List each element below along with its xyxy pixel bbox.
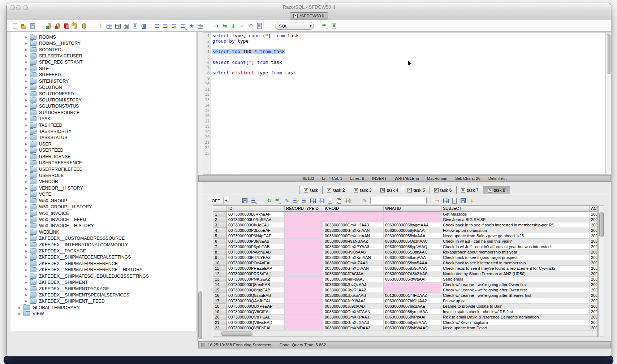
close-tab-icon[interactable]: ✕ — [327, 188, 331, 192]
cell-whoid[interactable]: 0033000000GmXPYAA3 — [323, 244, 384, 250]
auto-commit-select[interactable]: OFF — [208, 197, 229, 204]
cell-id[interactable]: 00T3000000P3yrbEAB — [227, 244, 285, 250]
sidebar-item-userfeed[interactable]: ▶USERFEED — [10, 147, 197, 153]
cell-subject[interactable]: Check back in to see if she's interested… — [441, 222, 590, 228]
cell-subject[interactable]: Check nexis to see if they've found a re… — [441, 266, 590, 271]
cell-id[interactable]: 00T3000000Q8rexEAB — [227, 282, 285, 287]
execute-all-icon[interactable] — [162, 23, 169, 29]
row-number[interactable]: 11 — [213, 266, 227, 271]
cell-ac[interactable]: 200 — [590, 239, 597, 244]
sidebar-item-userprofilefeed[interactable]: ▶USERPROFILEFEED — [10, 166, 197, 172]
cell-whatid[interactable]: 0013000000C4fFCAAZ — [384, 293, 441, 298]
sidebar-item-zkfedex__shipmatepreference__history[interactable]: ▶ZKFEDEX__SHIPMATEPREFERENCE__HISTORY — [10, 267, 197, 273]
delete-row-icon[interactable] — [301, 198, 307, 204]
result-tab-task-5[interactable]: ✕task 5 — [403, 186, 430, 194]
expand-arrow-icon[interactable]: ▶ — [25, 230, 30, 234]
cell-id[interactable]: 00T3000000PRR8rEAH — [227, 271, 285, 277]
sidebar-item-global temporary[interactable]: ▶GLOBAL TEMPORARY — [10, 304, 197, 311]
cell-ac[interactable]: 200 — [590, 282, 597, 287]
cell-id[interactable]: 00T3000000L0RqSEAV — [227, 217, 285, 222]
cell-recordtypeid[interactable] — [285, 239, 323, 244]
expand-arrow-icon[interactable]: ▶ — [25, 136, 30, 139]
cell-whatid[interactable]: 00630000005QgzhAAC — [384, 239, 441, 244]
result-tab-task-3[interactable]: ✕task 3 — [349, 186, 376, 194]
expand-arrow-icon[interactable]: ▶ — [25, 48, 30, 52]
cell-id[interactable]: 00T3000000P47LYEAZ — [227, 255, 285, 260]
results-vscrollbar-thumb[interactable] — [599, 212, 604, 237]
cell-whatid[interactable]: 006300000058xlaAAA — [384, 233, 441, 239]
notes-icon[interactable] — [451, 198, 458, 204]
cell-recordtypeid[interactable] — [285, 233, 323, 239]
cell-id[interactable]: 00T3000000POeAnEAL — [227, 260, 285, 266]
cell-ac[interactable]: 200 — [590, 244, 597, 250]
cell-whatid[interactable] — [384, 282, 441, 287]
expand-arrow-icon[interactable]: ▶ — [25, 104, 30, 108]
row-number[interactable]: 6 — [213, 239, 227, 244]
expand-arrow-icon[interactable]: ▶ — [25, 54, 30, 58]
expand-arrow-icon[interactable]: ▶ — [25, 299, 30, 303]
cell-whatid[interactable]: 006300000058ypVAAQ — [384, 244, 441, 250]
cell-recordtypeid[interactable] — [285, 271, 323, 277]
cell-whatid[interactable]: 006300000058xw5AAA — [384, 260, 441, 266]
cell-id[interactable]: 00T3000000PfvKSEAZ — [227, 277, 285, 282]
cell-recordtypeid[interactable] — [285, 277, 323, 282]
sidebar-item-zkfedex__shipmatepreference[interactable]: ▶ZKFEDEX__SHIPMATEPREFERENCE — [10, 260, 197, 266]
cell-ac[interactable]: 200 — [590, 233, 597, 239]
sidebar-item-userrole[interactable]: ▶USERROLE — [10, 172, 197, 178]
edit-sql-icon[interactable] — [180, 23, 186, 29]
row-number[interactable]: 10 — [213, 260, 227, 266]
cell-whatid[interactable] — [384, 287, 441, 293]
sidebar-item-taskfeed[interactable]: ▶TASKFEED — [10, 122, 197, 128]
results-hscrollbar-thumb[interactable] — [221, 332, 253, 336]
sidebar-item-scontrol[interactable]: ▶SCONTROL — [10, 47, 197, 53]
cell-recordtypeid[interactable] — [285, 309, 323, 315]
sidebar-item-w50_group[interactable]: ▶W50_GROUP — [10, 198, 197, 204]
expand-arrow-icon[interactable]: ▶ — [25, 92, 30, 96]
cell-recordtypeid[interactable] — [285, 260, 323, 266]
copy-rows-icon[interactable] — [336, 198, 342, 204]
expand-arrow-icon[interactable]: ▶ — [25, 199, 30, 203]
open-file-icon[interactable] — [21, 23, 27, 29]
cell-whoid[interactable]: 0033000000GmXM7AAN — [323, 309, 384, 315]
sidebar-item-vendor__history[interactable]: ▶VENDOR__HISTORY — [10, 185, 197, 191]
expand-arrow-icon[interactable]: ▶ — [25, 161, 30, 165]
cell-id[interactable]: 00T3000000QBXPeEAP — [227, 304, 285, 309]
sidebar-item-user[interactable]: ▶USER — [10, 141, 197, 147]
close-tab-icon[interactable]: ✕ — [407, 188, 412, 192]
combo-stepper-icon[interactable] — [223, 197, 229, 204]
expand-arrow-icon[interactable]: ▶ — [25, 212, 30, 215]
fetch-icon[interactable]: ↓ — [230, 23, 237, 29]
expand-arrow-icon[interactable]: ▶ — [25, 255, 30, 259]
sidebar-item-taskpriority[interactable]: ▶TASKPRIORITY — [10, 128, 197, 134]
result-tab-task-2[interactable]: ✕task 2 — [322, 186, 349, 194]
row-number[interactable]: 15 — [213, 287, 227, 293]
cell-subject[interactable]: Invoice status check - check w/ RS first — [441, 309, 590, 315]
sidebar-item-rooms__history[interactable]: ▶ROOMS__HISTORY — [10, 40, 197, 46]
editor-scrollbar-thumb[interactable] — [607, 34, 610, 74]
column-header-ID[interactable]: ID — [227, 206, 285, 211]
row-number[interactable]: 2 — [213, 217, 227, 222]
cell-subject[interactable]: Check w/ Kevin Tsujihara — [441, 320, 590, 325]
sidebar-item-zkfedex__shipmentpackage[interactable]: ▶ZKFEDEX__SHIPMENTPACKAGE — [10, 286, 197, 292]
cell-id[interactable]: 00T3000000P3tuvEAB — [227, 239, 285, 244]
cell-whoid[interactable]: 0033000000GmXHnAAN — [323, 233, 384, 239]
cell-whatid[interactable]: 00630000007A3bZAAS — [384, 271, 441, 277]
cell-ac[interactable]: 200 — [590, 222, 597, 228]
cell-ac[interactable]: 200 — [590, 287, 597, 293]
sidebar-item-userlicense[interactable]: ▶USERLICENSE — [10, 153, 197, 160]
row-number[interactable]: 17 — [213, 298, 227, 304]
row-number[interactable]: 21 — [213, 320, 227, 325]
sidebar-item-w50_invoice[interactable]: ▶W50_INVOICE — [10, 210, 197, 216]
column-prefs-icon[interactable] — [318, 198, 325, 204]
row-number[interactable]: 19 — [213, 309, 227, 315]
cell-subject[interactable]: Follow-up on nomination — [441, 228, 590, 233]
cell-recordtypeid[interactable] — [285, 266, 323, 271]
cell-subject[interactable]: Get Massage — [441, 212, 590, 217]
run-icon[interactable]: → — [213, 23, 219, 29]
results-vscrollbar[interactable] — [598, 205, 604, 337]
sidebar-item-task[interactable]: ▶TASK — [10, 116, 197, 122]
database-tree[interactable]: ▶ROOMS▶ROOMS__HISTORY▶SCONTROL▶SELFSERVI… — [10, 32, 197, 331]
sidebar-item-zkfedex__internationalcommodity[interactable]: ▶ZKFEDEX__INTERNATIONALCOMMODITY — [10, 242, 197, 248]
cell-recordtypeid[interactable] — [285, 250, 323, 255]
row-number[interactable]: 14 — [213, 282, 227, 287]
